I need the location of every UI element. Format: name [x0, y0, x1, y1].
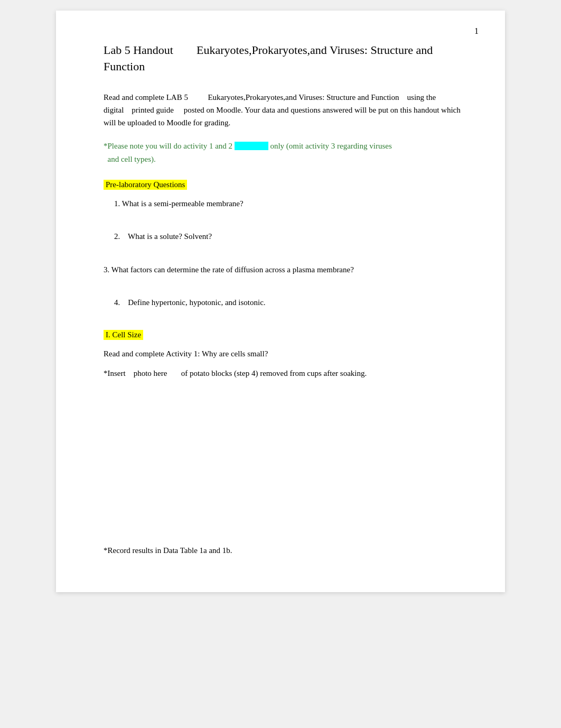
intro-paragraph: Read and complete LAB 5 Eukaryotes,Proka… [104, 91, 463, 129]
question-1: 1. What is a semi-permeable membrane? [104, 198, 463, 210]
document-page: 1 Lab 5 Handout Eukaryotes,Prokaryotes,a… [56, 11, 505, 592]
title-part2: Eukaryotes,Prokaryotes,and Viruses: Stru… [197, 43, 433, 57]
note-section: *Please note you will do activity 1 and … [104, 140, 463, 167]
photo-placeholder-space [104, 388, 463, 493]
question-3-number: 3. [104, 265, 111, 274]
pre-lab-heading: Pre-laboratory Questions [104, 180, 187, 190]
question-4: 4. Define hypertonic, hypotonic, and iso… [104, 297, 463, 309]
question-2: 2. What is a solute? Solvent? [104, 231, 463, 243]
insert-photo-text: *Insert photo here of potato blocks (ste… [104, 367, 463, 380]
record-results-text: *Record results in Data Table 1a and 1b. [104, 546, 463, 555]
pre-lab-heading-wrapper: Pre-laboratory Questions [104, 180, 463, 198]
activity-text: Read and complete Activity 1: Why are ce… [104, 348, 463, 360]
question-2-number: 2. [114, 232, 126, 241]
title-function: Function [104, 60, 145, 73]
document-title: Lab 5 Handout Eukaryotes,Prokaryotes,and… [104, 42, 463, 75]
pre-lab-section: Pre-laboratory Questions 1. What is a se… [104, 180, 463, 309]
question-4-number: 4. [114, 298, 126, 307]
intro-section: Read and complete LAB 5 Eukaryotes,Proka… [104, 91, 463, 129]
question-2-text: What is a solute? Solvent? [128, 232, 212, 241]
title-section: Lab 5 Handout Eukaryotes,Prokaryotes,and… [104, 42, 463, 75]
highlight-cyan-block [235, 142, 268, 150]
cell-size-heading: I. Cell Size [104, 330, 143, 340]
question-1-number: 1. [114, 199, 122, 208]
cell-size-section: I. Cell Size Read and complete Activity … [104, 330, 463, 555]
photo-here-text: photo here [134, 369, 167, 377]
page-number: 1 [474, 26, 479, 36]
title-part1: Lab 5 Handout [104, 43, 173, 57]
note-paragraph: *Please note you will do activity 1 and … [104, 140, 463, 167]
cell-size-heading-wrapper: I. Cell Size [104, 330, 463, 348]
question-3-text: What factors can determine the rate of d… [111, 265, 354, 274]
question-4-text: Define hypertonic, hypotonic, and isoton… [128, 298, 265, 307]
question-3: 3. What factors can determine the rate o… [104, 264, 463, 276]
question-1-text: What is a semi-permeable membrane? [122, 199, 244, 208]
